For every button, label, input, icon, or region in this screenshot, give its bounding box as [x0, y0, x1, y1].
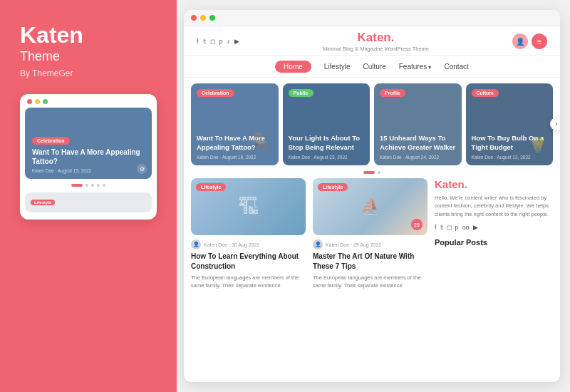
nav-contact[interactable]: Contact	[444, 63, 468, 71]
slide-dots	[184, 171, 560, 174]
hero-card-4[interactable]: Culture 💡 How To Buy Bulb On a Tight Bud…	[466, 83, 554, 165]
header-actions: 👤 ≡	[512, 33, 547, 49]
slide-dot-2	[378, 171, 380, 174]
article-card-1: 🏗 Lifestyle 👤 Katen Doe · 30 Aug 2022 Ho…	[191, 178, 306, 290]
article-1-excerpt: The European languages are members of th…	[191, 274, 306, 290]
hero-card-1-meta: Katen Doe · August 18, 2022	[197, 155, 273, 160]
header-social-icons: f 𝕥 ◻ p ♪ ▶	[197, 38, 239, 45]
article-card-2: ⛵ Lifestyle 29 👤 Katen Doe · 29 Aug 2022…	[313, 178, 428, 290]
slide-dot-3	[91, 184, 94, 187]
browser-close-btn[interactable]	[191, 15, 197, 21]
hero-card-2-tag: Public	[289, 89, 314, 97]
article-1-image: 🏗 Lifestyle	[191, 178, 306, 235]
sidebar-instagram-icon[interactable]: ◻	[447, 224, 452, 231]
hero-card-2-meta: Katen Doe · August 23, 2022	[289, 155, 365, 160]
nav-home[interactable]: Home	[275, 61, 311, 73]
sidebar-brand: Katen.	[435, 178, 553, 190]
hero-cards-row: Celebration 🪑 Want To Have A More Appeal…	[184, 78, 560, 170]
phone-hero-meta: Katen Doe · August 15, 2022	[32, 168, 145, 173]
hero-card-1-tag: Celebration	[197, 89, 234, 97]
phone-slide-dots	[20, 184, 157, 187]
sidebar-pinterest-icon[interactable]: p	[455, 224, 459, 231]
article-1-tag: Lifestyle	[196, 183, 226, 191]
pinterest-icon[interactable]: p	[219, 38, 223, 45]
phone-max-dot	[43, 99, 48, 104]
phone-top-bar	[20, 94, 157, 108]
sidebar: Katen. Hello, We're content writer who i…	[435, 178, 553, 290]
brand-subtitle: Theme	[20, 49, 60, 64]
right-panel: f 𝕥 ◻ p ♪ ▶ Katen. Minimal Blog & Magazi…	[177, 0, 570, 392]
phone-hero-tag: Celebration	[32, 137, 70, 145]
twitter-icon[interactable]: 𝕥	[203, 38, 206, 45]
phone-hero-card: Celebration Want To Have A More Appealin…	[25, 108, 152, 179]
article-page-number: 29	[411, 219, 423, 230]
hero-card-3[interactable]: Profile 15 Unheard Ways To Achieve Great…	[374, 83, 462, 165]
article-1-author: Katen Doe · 30 Aug 2022	[204, 242, 259, 247]
left-panel: Katen Theme By ThemeGer Celebration Want…	[0, 0, 177, 392]
hero-card-1[interactable]: Celebration 🪑 Want To Have A More Appeal…	[191, 83, 279, 165]
slide-dot-active	[363, 171, 375, 174]
browser-chrome	[184, 10, 560, 26]
sidebar-facebook-icon[interactable]: f	[435, 224, 437, 231]
hero-card-3-tag: Profile	[380, 89, 405, 97]
nav-lifestyle[interactable]: Lifestyle	[324, 63, 351, 71]
sidebar-social-icons: f 𝕥 ◻ p oo ▶	[435, 224, 553, 231]
brand-title: Katen	[20, 23, 83, 48]
hero-card-4-tag: Culture	[472, 89, 499, 97]
article-2-meta: 👤 Katen Doe · 29 Aug 2022	[313, 239, 428, 249]
hero-card-3-meta: Katen Doe · August 24, 2022	[380, 155, 456, 160]
article-1-avatar: 👤	[191, 239, 201, 249]
site-logo-sub: Minimal Blog & Magazine WordPress Theme	[323, 46, 429, 52]
site-logo-name: Katen.	[323, 31, 429, 45]
articles-grid: 🏗 Lifestyle 👤 Katen Doe · 30 Aug 2022 Ho…	[191, 178, 428, 290]
slide-dot-4	[97, 184, 100, 187]
facebook-icon[interactable]: f	[197, 38, 199, 45]
slide-dot-2	[86, 184, 88, 187]
popular-posts-title: Popular Posts	[435, 238, 553, 247]
hero-card-2-title: Your Light Is About To Stop Being Releva…	[289, 134, 365, 152]
article-1-meta: 👤 Katen Doe · 30 Aug 2022	[191, 239, 306, 249]
article-2-author: Katen Doe · 29 Aug 2022	[326, 242, 381, 247]
article-2-tag: Lifestyle	[318, 183, 348, 191]
article-2-image: ⛵ Lifestyle 29	[313, 178, 428, 235]
article-2-avatar: 👤	[313, 239, 323, 249]
tiktok-icon[interactable]: ♪	[227, 38, 231, 45]
phone-hero-title: Want To Have A More Appealing Tattoo?	[32, 148, 145, 166]
article-2-title[interactable]: Master The Art Of Nature With These 7 Ti…	[313, 252, 428, 271]
slide-dot-5	[103, 184, 105, 187]
next-arrow-button[interactable]: ›	[550, 118, 560, 130]
sidebar-twitter-icon[interactable]: 𝕥	[440, 224, 443, 231]
phone-bottom-card: Lifestyle	[25, 192, 152, 212]
browser-min-btn[interactable]	[200, 15, 206, 21]
hero-card-3-title: 15 Unheard Ways To Achieve Greater Walke…	[380, 134, 456, 152]
brand-byline: By ThemeGer	[20, 68, 73, 78]
sidebar-description: Hello, We're content writer who is fasci…	[435, 194, 553, 218]
sidebar-youtube-icon[interactable]: ▶	[473, 224, 478, 231]
hero-card-2[interactable]: Public Your Light Is About To Stop Being…	[283, 83, 370, 165]
site-nav: Home Lifestyle Culture Features Contact	[184, 56, 560, 78]
hero-card-4-meta: Katen Doe · August 13, 2022	[472, 155, 548, 160]
user-icon[interactable]: 👤	[512, 33, 528, 49]
site-logo: Katen. Minimal Blog & Magazine WordPress…	[323, 31, 429, 52]
site-header: f 𝕥 ◻ p ♪ ▶ Katen. Minimal Blog & Magazi…	[184, 26, 560, 56]
article-1-title[interactable]: How To Learn Everything About Constructi…	[191, 252, 306, 271]
nav-features[interactable]: Features	[399, 63, 432, 71]
phone-card-tag: Lifestyle	[31, 200, 55, 205]
instagram-icon[interactable]: ◻	[210, 38, 215, 45]
phone-min-dot	[35, 99, 40, 104]
bottom-section: 🏗 Lifestyle 👤 Katen Doe · 30 Aug 2022 Ho…	[184, 178, 560, 290]
menu-icon[interactable]: ≡	[532, 33, 547, 49]
browser-window: f 𝕥 ◻ p ♪ ▶ Katen. Minimal Blog & Magazi…	[184, 10, 560, 382]
phone-mockup: Celebration Want To Have A More Appealin…	[20, 94, 157, 220]
article-2-excerpt: The European languages are members of th…	[313, 274, 428, 290]
nav-culture[interactable]: Culture	[363, 63, 385, 71]
sidebar-medium-icon[interactable]: oo	[462, 224, 470, 231]
phone-close-dot	[27, 99, 32, 104]
bulb-icon: 💡	[528, 137, 547, 155]
youtube-icon[interactable]: ▶	[234, 38, 239, 45]
browser-max-btn[interactable]	[209, 15, 215, 21]
slide-dot-active	[71, 184, 83, 187]
stool-icon: 🪑	[249, 132, 271, 154]
settings-icon[interactable]: ⚙	[137, 164, 147, 174]
